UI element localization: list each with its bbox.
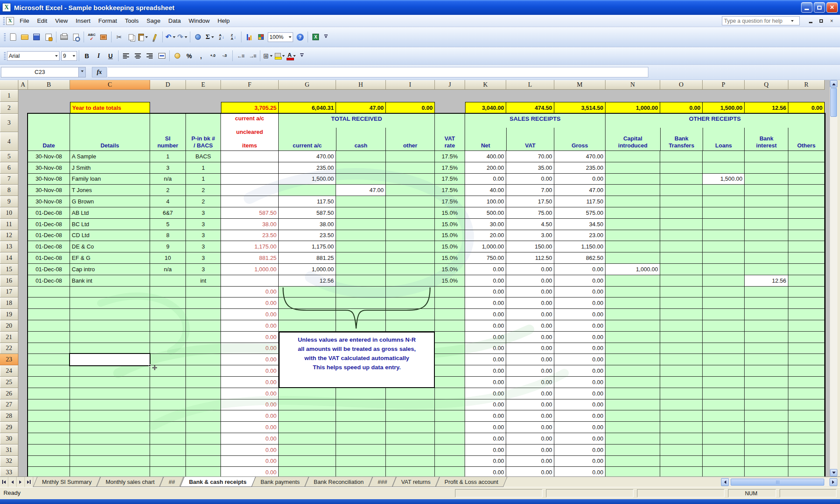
cell-G7[interactable]: 1,500.00 [279, 174, 336, 185]
print-button[interactable] [59, 32, 70, 42]
row-header-13[interactable]: 13 [0, 241, 18, 252]
cell-N15[interactable]: 1,000.00 [606, 264, 660, 275]
row-header-25[interactable]: 25 [0, 377, 18, 388]
cell-B18[interactable] [28, 298, 70, 309]
cell-A10[interactable] [18, 207, 28, 219]
cell-L12[interactable]: 3.00 [506, 230, 554, 242]
cell-D8[interactable]: 2 [150, 185, 186, 196]
cell-K26[interactable]: 0.00 [465, 388, 506, 399]
cell-D30[interactable] [150, 433, 186, 444]
cell-E2[interactable] [186, 102, 221, 114]
cell-F23[interactable]: 0.00 [221, 354, 279, 365]
cell-L10[interactable]: 75.00 [506, 207, 554, 219]
cell-P28[interactable] [703, 410, 745, 422]
toolbar-options-button[interactable] [324, 35, 328, 39]
cell-R19[interactable] [788, 309, 825, 320]
cell-H33[interactable] [336, 467, 386, 476]
cell-D15[interactable]: n/a [150, 264, 186, 275]
cell-J17[interactable] [435, 287, 465, 298]
menu-tools[interactable]: Tools [121, 16, 143, 26]
sort-descending-button[interactable]: ZA ↓ [228, 32, 239, 42]
sheet-tab-5[interactable]: Bank payments [253, 477, 307, 487]
chart-wizard-button[interactable] [244, 32, 255, 42]
cell-O22[interactable] [660, 343, 703, 354]
cell-L17[interactable]: 0.00 [506, 287, 554, 298]
scroll-right-button[interactable] [830, 478, 837, 486]
cell-J29[interactable] [435, 422, 465, 433]
cell-G17[interactable] [279, 287, 336, 298]
cell-N26[interactable] [606, 388, 660, 399]
vertical-scroll-thumb[interactable] [830, 88, 837, 117]
cell-L31[interactable]: 0.00 [506, 444, 554, 456]
column-header-N[interactable]: N [606, 80, 660, 90]
sheet-tab-1[interactable]: Mnthly SI Summary [35, 477, 98, 487]
cell-M25[interactable]: 0.00 [554, 377, 606, 388]
cell-Q30[interactable] [745, 433, 788, 444]
cell-L5[interactable]: 70.00 [506, 151, 554, 162]
cell-R9[interactable] [788, 196, 825, 207]
cell-R29[interactable] [788, 422, 825, 433]
drawing-button[interactable] [256, 32, 266, 42]
cell-I27[interactable] [386, 399, 435, 411]
cell-F6[interactable] [221, 162, 279, 174]
cell-G26[interactable] [279, 388, 336, 399]
cell-L8[interactable]: 7.00 [506, 185, 554, 196]
cell-F16[interactable] [221, 275, 279, 287]
cell-A5[interactable] [18, 151, 28, 162]
cell-E24[interactable] [186, 365, 221, 377]
cell-H17[interactable] [336, 287, 386, 298]
redo-button[interactable]: ↷ [177, 32, 188, 42]
decrease-decimal-button[interactable]: -.0 [219, 50, 230, 61]
previous-sheet-button[interactable] [8, 477, 17, 487]
cell-F26[interactable]: 0.00 [221, 388, 279, 399]
cell-F30[interactable]: 0.00 [221, 433, 279, 444]
cell-J26[interactable] [435, 388, 465, 399]
cell-N23[interactable] [606, 354, 660, 365]
row-header-7[interactable]: 7 [0, 174, 18, 185]
row-header-24[interactable]: 24 [0, 365, 18, 377]
cell-L22[interactable]: 0.00 [506, 343, 554, 354]
font-size-select[interactable]: 9 [61, 51, 77, 61]
cell-C27[interactable] [70, 399, 150, 411]
cell-C5[interactable]: A Sample [70, 151, 150, 162]
cell-F33[interactable]: 0.00 [221, 467, 279, 476]
cell-R20[interactable] [788, 320, 825, 332]
cell-L14[interactable]: 112.50 [506, 252, 554, 264]
cell-R30[interactable] [788, 433, 825, 444]
vertical-scrollbar[interactable] [830, 80, 837, 476]
cell-P15[interactable] [703, 264, 745, 275]
cell-B9[interactable]: 30-Nov-08 [28, 196, 70, 207]
cell-C25[interactable] [70, 377, 150, 388]
cell-A15[interactable] [18, 264, 28, 275]
cell-R28[interactable] [788, 410, 825, 422]
research-button[interactable] [98, 32, 109, 42]
cell-J23[interactable] [435, 354, 465, 365]
cell-Q12[interactable] [745, 230, 788, 242]
cell-A19[interactable] [18, 309, 28, 320]
cell-J7[interactable]: 17.5% [435, 174, 465, 185]
cell-O30[interactable] [660, 433, 703, 444]
cell-D10[interactable]: 6&7 [150, 207, 186, 219]
cut-button[interactable]: ✂ [114, 32, 125, 42]
cell-O8[interactable] [660, 185, 703, 196]
cell-P6[interactable] [703, 162, 745, 174]
cell-I17[interactable] [386, 287, 435, 298]
chevron-down-icon[interactable] [211, 36, 214, 39]
ytd-gross-total[interactable]: 3,514.50 [554, 102, 606, 114]
chevron-down-icon[interactable] [270, 55, 273, 58]
cell-D33[interactable] [150, 467, 186, 476]
cell-Q11[interactable] [745, 219, 788, 230]
cell-B2[interactable] [28, 102, 70, 114]
help-input[interactable] [723, 18, 790, 24]
menu-insert[interactable]: Insert [72, 16, 94, 26]
cell-L27[interactable]: 0.00 [506, 399, 554, 411]
cell-Q21[interactable] [745, 332, 788, 343]
cell-I29[interactable] [386, 422, 435, 433]
cell-K32[interactable]: 0.00 [465, 456, 506, 467]
cell-J6[interactable]: 17.5% [435, 162, 465, 174]
cell-G9[interactable]: 117.50 [279, 196, 336, 207]
cell-O13[interactable] [660, 241, 703, 252]
column-header-C[interactable]: C [70, 80, 150, 90]
cell-M15[interactable]: 0.00 [554, 264, 606, 275]
row-header-26[interactable]: 26 [0, 388, 18, 399]
